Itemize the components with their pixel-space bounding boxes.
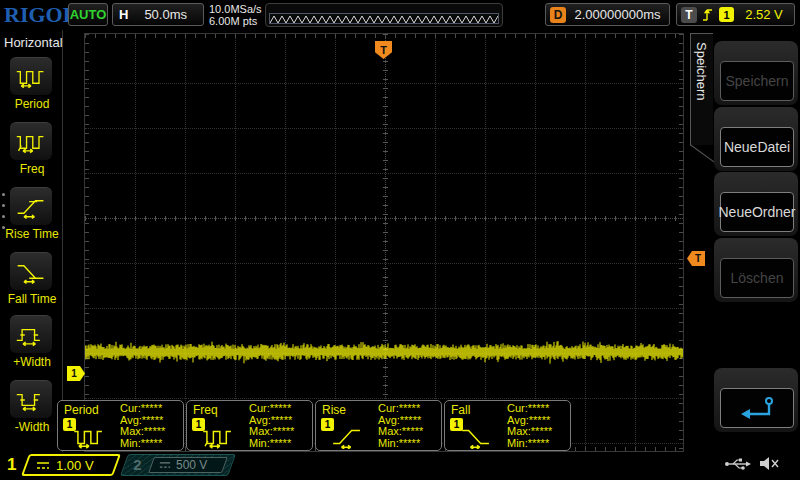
gridline (135, 34, 136, 451)
memory-window (269, 13, 499, 24)
trigger-badge: T (681, 7, 697, 23)
measurement-values: Cur:***** Avg:***** Max:***** Min:***** (120, 403, 165, 449)
gridline (485, 34, 486, 451)
softkey-delete[interactable]: Löschen (714, 238, 798, 302)
channel1-trace (85, 332, 683, 372)
pos-width-icon (10, 315, 52, 353)
acquisition-status: AUTO (68, 3, 108, 26)
neg-width-icon (10, 380, 52, 418)
channel2-number: 2 (133, 456, 141, 473)
softkey-return[interactable] (714, 368, 798, 432)
oscilloscope-screen: RIGOL AUTO H 50.0ms 10.0MSa/s 6.00M pts … (0, 0, 800, 480)
waveform-memory-preview: T (265, 3, 503, 27)
channel2-scale: 500 V (176, 458, 207, 472)
channel1-scale: 1.00 V (56, 458, 94, 473)
trigger-level-value: 2.52 V (734, 7, 794, 22)
center-axis-ticks-horizontal (85, 216, 683, 221)
channel2-inner-box: 500 V (148, 457, 228, 473)
gridline (435, 34, 436, 451)
measurement-values: Cur:***** Avg:***** Max:***** Min:***** (507, 403, 552, 449)
rise-icon (328, 425, 366, 449)
center-axis-ticks-vertical (383, 34, 388, 451)
channel1-number: 1 (7, 455, 16, 475)
status-icons (724, 456, 779, 471)
return-arrow-icon (736, 394, 778, 422)
dc-coupling-icon (36, 461, 50, 470)
measurement-values: Cur:***** Avg:***** Max:***** Min:***** (249, 403, 294, 449)
freq-icon (10, 122, 52, 160)
ruler-right (679, 34, 683, 451)
memory-waveform-icon (270, 14, 498, 25)
fall-time-icon (10, 252, 52, 290)
softkey-new-folder[interactable]: NeueOrdner (714, 172, 798, 236)
left-menu-separator (62, 30, 63, 452)
channel1-box: 1.00 V (21, 454, 121, 476)
dc-coupling-icon (159, 461, 171, 469)
measurement-panel-period: Period 1 Cur:***** Avg:***** Max:***** M… (57, 400, 184, 451)
speaker-muted-icon (759, 456, 779, 471)
menu-scroll-indicator (2, 193, 6, 237)
gridline (235, 34, 236, 451)
menu-tab: Speichern (690, 33, 713, 145)
measurement-panel-fall: Fall 1 Cur:***** Avg:***** Max:***** Min… (444, 400, 571, 451)
left-menu-title: Horizontal (4, 35, 63, 50)
softkey-new-file[interactable]: NeueDatei (714, 107, 798, 171)
gridline (335, 34, 336, 451)
gridline (535, 34, 536, 451)
rising-edge-icon (701, 6, 714, 23)
rigol-logo: RIGOL (4, 2, 77, 28)
gridline (635, 34, 636, 451)
memory-depth: 6.00M pts (209, 15, 262, 27)
measurement-values: Cur:***** Avg:***** Max:***** Min:***** (378, 403, 423, 449)
trigger-level-marker[interactable]: T (687, 251, 705, 266)
gridline (585, 34, 586, 451)
ruler-left (85, 34, 89, 451)
timebase-value: 50.0ms (128, 7, 203, 22)
period-icon (70, 425, 108, 449)
channel1-offset-marker[interactable]: 1 (67, 366, 85, 381)
usb-icon (724, 456, 751, 471)
menu-tab-label: Speichern (694, 42, 709, 101)
sample-rate-block: 10.0MSa/s 6.00M pts (209, 3, 262, 27)
softkey-save[interactable]: Speichern (714, 41, 798, 105)
measurement-panel-freq: Freq 1 Cur:***** Avg:***** Max:***** Min… (186, 400, 313, 451)
acquisition-status-label: AUTO (70, 7, 107, 22)
gridline (185, 34, 186, 451)
trigger-delay-box[interactable]: D 2.00000000ms (545, 3, 670, 26)
measurement-panel-rise: Rise 1 Cur:***** Avg:***** Max:***** Min… (315, 400, 442, 451)
top-status-bar: RIGOL AUTO H 50.0ms 10.0MSa/s 6.00M pts … (0, 0, 800, 30)
trigger-source-badge: 1 (719, 7, 734, 22)
horizontal-timebase-box[interactable]: H 50.0ms (112, 3, 204, 26)
bottom-status-bar: 1 1.00 V 2 500 V (0, 452, 800, 480)
sample-rate: 10.0MSa/s (209, 3, 262, 15)
trigger-status-box[interactable]: T 1 2.52 V (676, 3, 795, 26)
horizontal-label: H (119, 7, 128, 22)
delay-badge: D (550, 7, 566, 23)
menu-tab-edge (690, 144, 715, 162)
period-icon (10, 57, 52, 95)
fall-icon (457, 425, 495, 449)
gridline (285, 34, 286, 451)
delay-value: 2.00000000ms (566, 7, 669, 22)
graticule (84, 33, 684, 452)
freq-icon (199, 425, 237, 449)
channel2-box: 2 500 V (120, 454, 236, 476)
rise-time-icon (10, 187, 52, 225)
